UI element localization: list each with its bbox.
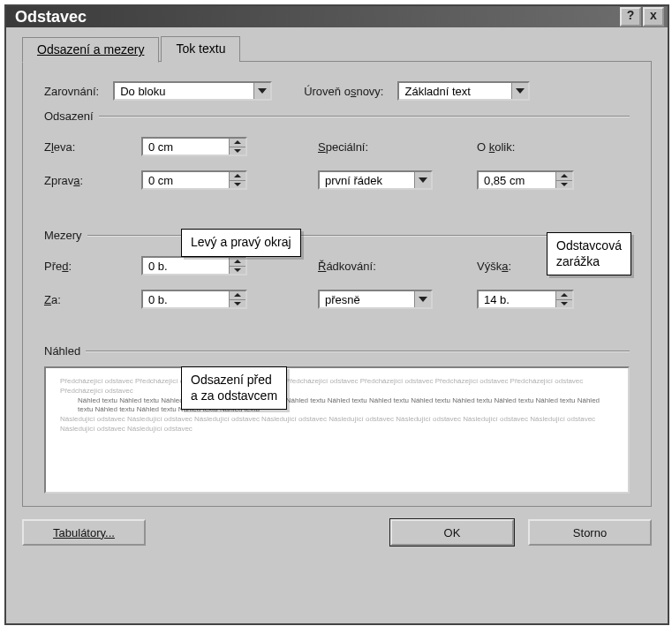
svg-marker-14 <box>561 293 568 297</box>
dropdown-line-spacing[interactable]: přesně <box>318 290 433 309</box>
svg-marker-12 <box>234 302 241 305</box>
svg-marker-5 <box>234 183 241 186</box>
group-label: Náhled <box>44 344 80 358</box>
spinner-left-indent[interactable]: 0 cm <box>141 137 247 156</box>
svg-marker-6 <box>419 177 427 183</box>
svg-marker-4 <box>234 174 241 177</box>
spinner-by-amount[interactable]: 0,85 cm <box>477 170 574 190</box>
tab-strip: Odsazení a mezery Tok textu <box>22 36 652 62</box>
dropdown-value: Základní text <box>404 85 470 98</box>
button-label: OK <box>444 526 461 539</box>
svg-marker-15 <box>561 302 568 305</box>
chevron-down-icon <box>511 83 528 99</box>
preview-after: Následující odstavec Následující odstave… <box>60 415 614 434</box>
label-left-indent: Zleva: <box>44 140 141 154</box>
tabs-button[interactable]: Tabulátory... <box>22 519 146 546</box>
spinner-right-indent[interactable]: 0 cm <box>141 170 247 190</box>
spin-down-icon[interactable] <box>230 181 245 189</box>
spin-down-icon[interactable] <box>230 267 245 275</box>
preview-sample: Náhled textu Náhled textu Náhled textu N… <box>60 396 614 416</box>
spinner-value: 0 cm <box>143 140 229 154</box>
tab-text-flow[interactable]: Tok textu <box>161 36 240 62</box>
spinner-at-height[interactable]: 14 b. <box>477 290 574 309</box>
button-label: Storno <box>573 526 607 539</box>
dropdown-outline-level[interactable]: Základní text <box>397 81 530 101</box>
spin-down-icon[interactable] <box>556 181 572 189</box>
preview-area: Předcházející odstavec Předcházející ods… <box>44 366 630 494</box>
spin-up-icon[interactable] <box>230 172 245 181</box>
callout-left-right-margin: Levý a pravý okraj <box>181 229 301 257</box>
label-right-indent: Zprava: <box>44 174 141 187</box>
spin-up-icon[interactable] <box>230 258 245 267</box>
svg-marker-7 <box>561 174 568 177</box>
svg-marker-9 <box>234 260 241 263</box>
spinner-value: 0 b. <box>143 293 229 306</box>
svg-marker-2 <box>234 140 241 144</box>
spinner-space-before[interactable]: 0 b. <box>141 256 247 275</box>
dropdown-value: přesně <box>325 293 360 306</box>
svg-marker-13 <box>419 297 427 302</box>
dropdown-value: první řádek <box>325 174 382 187</box>
group-label: Odsazení <box>44 109 94 123</box>
cancel-button[interactable]: Storno <box>528 519 652 546</box>
titlebar: Odstavec ? x <box>6 6 668 27</box>
chevron-down-icon <box>253 83 270 99</box>
spinner-value: 14 b. <box>479 293 555 306</box>
ok-button[interactable]: OK <box>390 519 514 546</box>
svg-marker-8 <box>561 183 568 186</box>
callout-spacing-paragraph: Odsazení před a za odstavcem <box>181 366 287 410</box>
svg-marker-1 <box>516 88 525 94</box>
svg-marker-0 <box>258 88 267 94</box>
preview-before: Předcházející odstavec Předcházející ods… <box>60 377 614 396</box>
chevron-down-icon <box>414 291 431 307</box>
svg-marker-3 <box>234 149 241 153</box>
dropdown-value: Do bloku <box>120 85 165 98</box>
button-label: Tabulátory... <box>53 526 115 539</box>
spin-down-icon[interactable] <box>230 300 245 308</box>
tab-label: Tok textu <box>176 41 225 56</box>
spin-up-icon[interactable] <box>556 172 572 181</box>
tab-indent-spacing[interactable]: Odsazení a mezery <box>22 37 159 63</box>
chevron-down-icon <box>414 172 431 188</box>
label-line-spacing: Řádkování: <box>318 260 450 273</box>
label-space-before: Před: <box>44 260 141 273</box>
label-space-after: Za: <box>44 293 141 306</box>
label-outline-level: Úroveň osnovy: <box>304 85 383 98</box>
spin-up-icon[interactable] <box>230 139 245 147</box>
group-label: Mezery <box>44 229 82 242</box>
spin-down-icon[interactable] <box>230 147 245 155</box>
callout-paragraph-indent: Odstavcová zarážka <box>547 232 631 275</box>
spin-up-icon[interactable] <box>230 291 245 300</box>
spinner-space-after[interactable]: 0 b. <box>141 290 247 309</box>
spin-up-icon[interactable] <box>556 291 572 300</box>
window-title: Odstavec <box>10 8 87 26</box>
spinner-value: 0 b. <box>143 260 229 273</box>
svg-marker-11 <box>234 293 241 297</box>
button-bar: Tabulátory... OK Storno <box>6 507 668 558</box>
label-alignment: Zarovnání: <box>44 85 99 98</box>
label-by-amount: O kolik: <box>477 140 592 154</box>
group-indent: Odsazení <box>44 109 630 123</box>
tab-panel-indent-spacing: Zarovnání: Do bloku Úroveň osnovy: Zákla… <box>22 61 652 507</box>
tab-label: Odsazení a mezery <box>37 42 144 57</box>
svg-marker-10 <box>234 268 241 272</box>
group-preview: Náhled <box>44 344 630 358</box>
spinner-value: 0,85 cm <box>479 174 555 187</box>
spinner-value: 0 cm <box>143 174 229 187</box>
dialog-window: Odstavec ? x Odsazení a mezery Tok textu… <box>4 4 669 625</box>
help-button[interactable]: ? <box>620 7 641 26</box>
dropdown-special-indent[interactable]: první řádek <box>318 170 433 190</box>
label-special-indent: Speciální: <box>318 140 450 154</box>
group-spacing: Mezery <box>44 229 630 242</box>
close-button[interactable]: x <box>643 7 664 26</box>
dropdown-alignment[interactable]: Do bloku <box>113 81 272 101</box>
spin-down-icon[interactable] <box>556 300 572 308</box>
